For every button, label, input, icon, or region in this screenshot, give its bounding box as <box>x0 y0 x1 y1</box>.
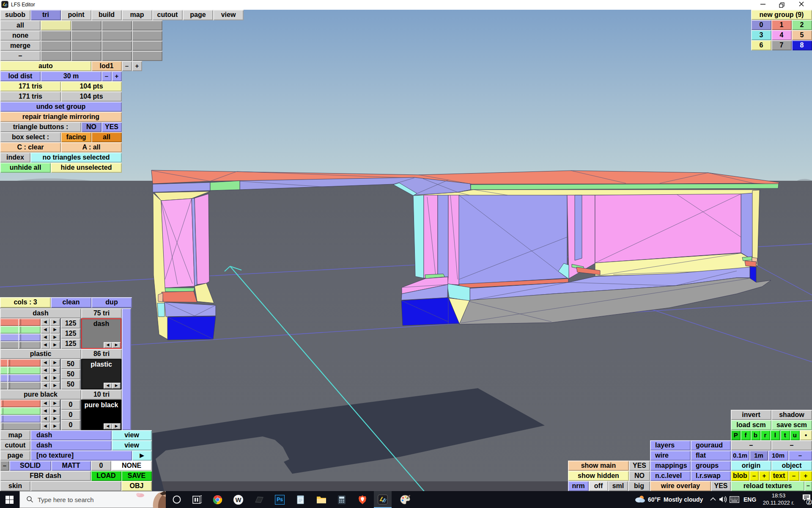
svg-text:2: 2 <box>808 500 810 505</box>
